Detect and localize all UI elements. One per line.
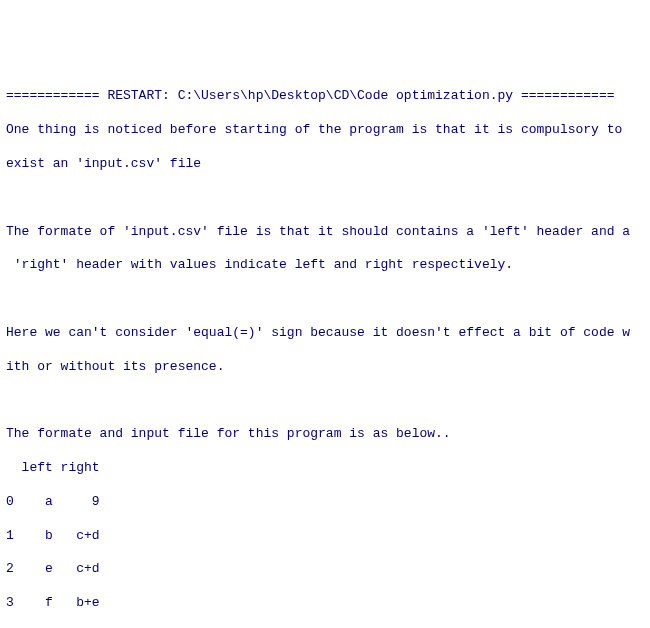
equal-line-1: Here we can't consider 'equal(=)' sign b…	[6, 325, 644, 342]
blank-line	[6, 392, 644, 409]
intro-line-1: One thing is noticed before starting of …	[6, 122, 644, 139]
intro-line-2: exist an 'input.csv' file	[6, 156, 644, 173]
blank-line	[6, 291, 644, 308]
blank-line	[6, 190, 644, 207]
format-line-2: 'right' header with values indicate left…	[6, 257, 644, 274]
restart-banner: ============ RESTART: C:\Users\hp\Deskto…	[6, 88, 644, 105]
formatfile-line: The formate and input file for this prog…	[6, 426, 644, 443]
console-output: ============ RESTART: C:\Users\hp\Deskto…	[6, 72, 644, 628]
table1-row: 2 e c+d	[6, 561, 644, 578]
table1-row: 1 b c+d	[6, 528, 644, 545]
table1-row: 3 f b+e	[6, 595, 644, 612]
format-line-1: The formate of 'input.csv' file is that …	[6, 224, 644, 241]
equal-line-2: ith or without its presence.	[6, 359, 644, 376]
table1-row: 0 a 9	[6, 494, 644, 511]
table1-header: left right	[6, 460, 644, 477]
